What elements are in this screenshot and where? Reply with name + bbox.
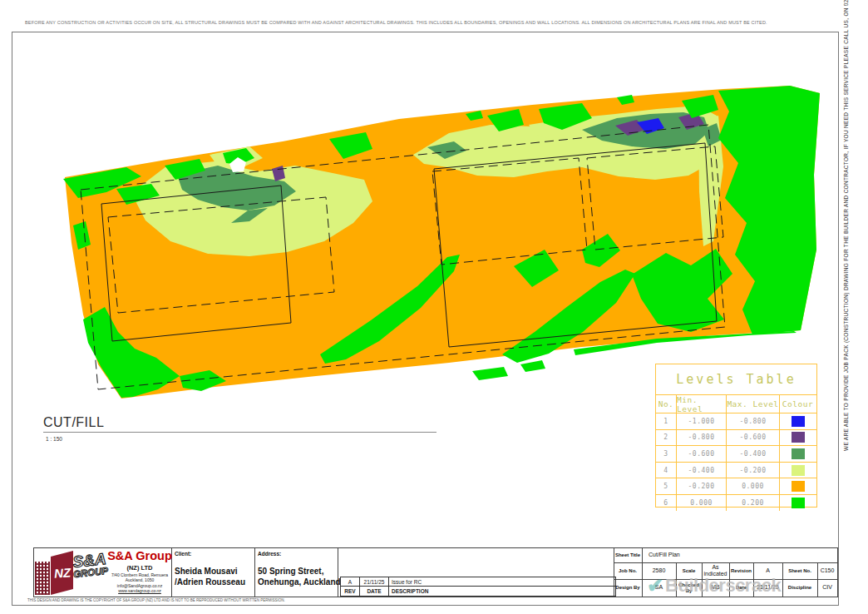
checked-by-value: MB [702,579,729,597]
drawing-title: CUT/FILL [43,415,104,430]
scale-label: Scale [676,562,702,579]
title-block: NZ S&A GROUP S&A Group (NZ) LTD 7/40 Clo… [33,547,838,597]
col-header-max: Max. Level [727,395,780,413]
design-by-label: Design By [614,579,642,597]
company-address: 7/40 Clonbern Road, Remuera Auckland, 10… [107,572,172,594]
sa-group-logo: S&A GROUP [72,551,109,580]
drawing-scale: 1 : 150 [46,436,62,442]
revision-header-row: REV DATE DESCRIPTION [341,587,615,596]
colour-chip [792,448,805,459]
colour-chip [792,481,805,492]
colour-chip [792,432,805,443]
address-value: 50 Spring Street, Onehunga, Auckland [258,567,341,587]
col-header-min: Min. Level [677,395,727,413]
qr-code [35,562,50,595]
levels-row: 1 -1.000 -0.800 [656,413,816,430]
col-header-no: No. [656,395,677,413]
drawing-sheet: { "page": { "top_disclaimer": "BEFORE AN… [0,0,868,614]
levels-row: 6 0.000 0.200 [656,495,816,511]
sheet-title-value: Cut/Fill Plan [642,548,844,562]
colour-chip [792,498,805,508]
top-disclaimer: BEFORE ANY CONSTRUCTION OR ACTIVITIES OC… [25,20,840,25]
job-no-label: Job No. [614,562,642,579]
sheet-title-label: Sheet Title [614,548,642,562]
levels-row: 3 -0.600 -0.400 [656,446,816,463]
scale-value: As indicated [702,562,729,579]
copyright-note: THIS DESIGN AND DRAWING IS THE COPYRIGHT… [27,598,285,602]
sheet-no-label: Sheet No. [782,562,817,579]
design-by-value: SA [642,579,676,597]
side-note-vertical: WE ARE ABLE TO PROVIDE JOB PACK (CONSTRU… [843,33,856,451]
company-subtitle: (NZ) LTD [107,564,172,572]
col-header-colour: Colour [780,395,816,413]
discipline-value: CIV [817,579,837,597]
client-label: Client: [175,551,191,557]
levels-table-title: Levels Table [656,364,816,395]
levels-row: 4 -0.400 -0.200 [656,463,816,479]
date-value: 21/11/25 [753,579,782,597]
company-website-link[interactable]: www.sandagroup.co.nz [107,588,172,593]
job-no-value: 2580 [642,562,676,579]
levels-table: Levels Table No. Min. Level Max. Level C… [655,364,817,508]
date-label: Date [729,579,753,597]
drawing-title-rule [43,432,436,433]
revision-table: A 21/11/25 Issue for RC REV DATE DESCRIP… [340,577,616,597]
address-label: Address: [258,551,281,557]
colour-chip [792,416,805,427]
levels-table-header: No. Min. Level Max. Level Colour [656,395,816,413]
revision-label: Revision [729,562,753,579]
levels-row: 5 -0.200 0.000 [656,478,816,495]
revision-row: A 21/11/25 Issue for RC [341,577,615,587]
checked-by-label: Checked By [676,579,702,597]
client-value: Sheida Mousavi /Adrien Rousseau [175,567,245,587]
sheet-border [12,32,839,606]
sheet-no-value: C150 [817,562,837,579]
colour-chip [792,465,805,476]
revision-value: A [753,562,782,579]
company-name: S&A Group [107,549,172,562]
discipline-label: Discipline [782,579,817,597]
levels-row: 2 -0.800 -0.600 [656,430,816,447]
nz-logo: NZ [51,551,73,595]
divider [254,548,255,597]
